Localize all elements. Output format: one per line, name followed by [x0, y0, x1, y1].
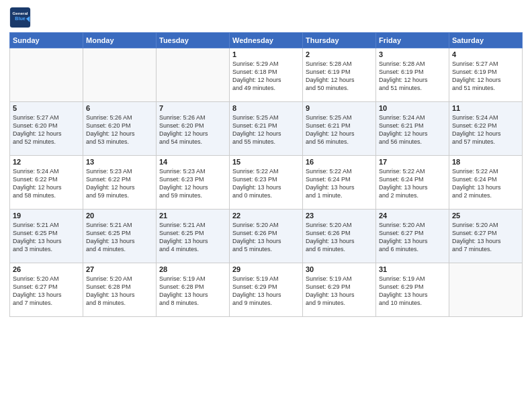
calendar-cell: 4Sunrise: 5:27 AM Sunset: 6:19 PM Daylig…	[449, 48, 523, 102]
weekday-row: SundayMondayTuesdayWednesdayThursdayFrid…	[10, 33, 523, 48]
calendar-cell: 17Sunrise: 5:22 AM Sunset: 6:24 PM Dayli…	[376, 156, 449, 210]
calendar-cell: 6Sunrise: 5:26 AM Sunset: 6:20 PM Daylig…	[83, 102, 157, 156]
calendar-table: SundayMondayTuesdayWednesdayThursdayFrid…	[9, 32, 523, 317]
calendar-cell	[83, 48, 157, 102]
weekday-header-wednesday: Wednesday	[230, 33, 303, 48]
day-number: 4	[452, 50, 519, 58]
calendar-cell: 12Sunrise: 5:24 AM Sunset: 6:22 PM Dayli…	[10, 156, 83, 210]
day-number: 30	[306, 265, 373, 273]
day-number: 27	[86, 265, 153, 273]
day-number: 9	[306, 104, 373, 112]
weekday-header-saturday: Saturday	[449, 33, 523, 48]
calendar-cell: 16Sunrise: 5:22 AM Sunset: 6:24 PM Dayli…	[303, 156, 376, 210]
calendar-cell: 9Sunrise: 5:25 AM Sunset: 6:21 PM Daylig…	[303, 102, 376, 156]
day-number: 15	[232, 158, 300, 166]
day-info: Sunrise: 5:27 AM Sunset: 6:20 PM Dayligh…	[13, 113, 80, 146]
day-info: Sunrise: 5:19 AM Sunset: 6:29 PM Dayligh…	[379, 275, 446, 308]
day-number: 12	[13, 158, 80, 166]
calendar-cell: 13Sunrise: 5:23 AM Sunset: 6:22 PM Dayli…	[83, 156, 157, 210]
calendar-cell: 30Sunrise: 5:19 AM Sunset: 6:29 PM Dayli…	[303, 263, 376, 317]
calendar-header: SundayMondayTuesdayWednesdayThursdayFrid…	[10, 33, 523, 48]
day-info: Sunrise: 5:21 AM Sunset: 6:25 PM Dayligh…	[13, 221, 80, 254]
day-number: 8	[232, 104, 300, 112]
calendar-cell: 21Sunrise: 5:21 AM Sunset: 6:25 PM Dayli…	[157, 210, 230, 263]
calendar-cell: 25Sunrise: 5:20 AM Sunset: 6:27 PM Dayli…	[449, 210, 523, 263]
day-info: Sunrise: 5:26 AM Sunset: 6:20 PM Dayligh…	[159, 113, 226, 146]
day-info: Sunrise: 5:28 AM Sunset: 6:19 PM Dayligh…	[306, 60, 373, 93]
day-info: Sunrise: 5:19 AM Sunset: 6:29 PM Dayligh…	[232, 275, 300, 308]
calendar-cell: 19Sunrise: 5:21 AM Sunset: 6:25 PM Dayli…	[10, 210, 83, 263]
day-info: Sunrise: 5:19 AM Sunset: 6:29 PM Dayligh…	[306, 275, 373, 308]
day-info: Sunrise: 5:26 AM Sunset: 6:20 PM Dayligh…	[86, 113, 153, 146]
calendar-cell: 18Sunrise: 5:22 AM Sunset: 6:24 PM Dayli…	[449, 156, 523, 210]
day-info: Sunrise: 5:20 AM Sunset: 6:26 PM Dayligh…	[232, 221, 300, 254]
calendar-cell: 14Sunrise: 5:23 AM Sunset: 6:23 PM Dayli…	[157, 156, 230, 210]
calendar-cell: 31Sunrise: 5:19 AM Sunset: 6:29 PM Dayli…	[376, 263, 449, 317]
day-number: 13	[86, 158, 153, 166]
day-number: 10	[379, 104, 446, 112]
day-number: 19	[13, 212, 80, 220]
day-number: 20	[86, 212, 153, 220]
calendar-cell: 2Sunrise: 5:28 AM Sunset: 6:19 PM Daylig…	[303, 48, 376, 102]
day-number: 29	[232, 265, 300, 273]
day-number: 6	[86, 104, 153, 112]
calendar-cell	[10, 48, 83, 102]
day-info: Sunrise: 5:29 AM Sunset: 6:18 PM Dayligh…	[232, 60, 300, 93]
calendar-cell: 7Sunrise: 5:26 AM Sunset: 6:20 PM Daylig…	[157, 102, 230, 156]
svg-text:General: General	[12, 11, 28, 15]
calendar-cell: 11Sunrise: 5:24 AM Sunset: 6:22 PM Dayli…	[449, 102, 523, 156]
calendar-cell: 5Sunrise: 5:27 AM Sunset: 6:20 PM Daylig…	[10, 102, 83, 156]
day-number: 5	[13, 104, 80, 112]
day-info: Sunrise: 5:22 AM Sunset: 6:24 PM Dayligh…	[452, 167, 519, 200]
day-info: Sunrise: 5:23 AM Sunset: 6:23 PM Dayligh…	[159, 167, 226, 200]
day-info: Sunrise: 5:22 AM Sunset: 6:24 PM Dayligh…	[306, 167, 373, 200]
day-number: 16	[306, 158, 373, 166]
calendar-cell	[449, 263, 523, 317]
calendar-body: 1Sunrise: 5:29 AM Sunset: 6:18 PM Daylig…	[10, 48, 523, 317]
weekday-header-monday: Monday	[83, 33, 157, 48]
day-number: 28	[159, 265, 226, 273]
day-number: 18	[452, 158, 519, 166]
day-info: Sunrise: 5:20 AM Sunset: 6:28 PM Dayligh…	[86, 275, 153, 308]
day-number: 17	[379, 158, 446, 166]
day-number: 14	[159, 158, 226, 166]
day-info: Sunrise: 5:20 AM Sunset: 6:26 PM Dayligh…	[306, 221, 373, 254]
day-number: 25	[452, 212, 519, 220]
day-number: 23	[306, 212, 373, 220]
day-info: Sunrise: 5:24 AM Sunset: 6:21 PM Dayligh…	[379, 113, 446, 146]
svg-text:Blue: Blue	[15, 16, 25, 21]
calendar-week-2: 5Sunrise: 5:27 AM Sunset: 6:20 PM Daylig…	[10, 102, 523, 156]
calendar-cell: 28Sunrise: 5:19 AM Sunset: 6:28 PM Dayli…	[157, 263, 230, 317]
day-number: 7	[159, 104, 226, 112]
day-number: 31	[379, 265, 446, 273]
weekday-header-friday: Friday	[376, 33, 449, 48]
day-info: Sunrise: 5:21 AM Sunset: 6:25 PM Dayligh…	[86, 221, 153, 254]
day-info: Sunrise: 5:27 AM Sunset: 6:19 PM Dayligh…	[452, 60, 519, 93]
calendar-cell: 24Sunrise: 5:20 AM Sunset: 6:27 PM Dayli…	[376, 210, 449, 263]
calendar-week-5: 26Sunrise: 5:20 AM Sunset: 6:27 PM Dayli…	[10, 263, 523, 317]
calendar-cell: 22Sunrise: 5:20 AM Sunset: 6:26 PM Dayli…	[230, 210, 303, 263]
header: General Blue	[9, 7, 523, 28]
calendar-cell: 26Sunrise: 5:20 AM Sunset: 6:27 PM Dayli…	[10, 263, 83, 317]
day-number: 3	[379, 50, 446, 58]
day-info: Sunrise: 5:24 AM Sunset: 6:22 PM Dayligh…	[452, 113, 519, 146]
day-number: 21	[159, 212, 226, 220]
calendar-cell: 10Sunrise: 5:24 AM Sunset: 6:21 PM Dayli…	[376, 102, 449, 156]
calendar-container: General Blue SundayMondayTuesdayWednesda…	[0, 0, 532, 411]
calendar-cell: 20Sunrise: 5:21 AM Sunset: 6:25 PM Dayli…	[83, 210, 157, 263]
day-number: 1	[232, 50, 300, 58]
calendar-week-1: 1Sunrise: 5:29 AM Sunset: 6:18 PM Daylig…	[10, 48, 523, 102]
day-info: Sunrise: 5:28 AM Sunset: 6:19 PM Dayligh…	[379, 60, 446, 93]
day-info: Sunrise: 5:20 AM Sunset: 6:27 PM Dayligh…	[452, 221, 519, 254]
day-info: Sunrise: 5:25 AM Sunset: 6:21 PM Dayligh…	[306, 113, 373, 146]
calendar-cell	[157, 48, 230, 102]
day-info: Sunrise: 5:24 AM Sunset: 6:22 PM Dayligh…	[13, 167, 80, 200]
calendar-cell: 27Sunrise: 5:20 AM Sunset: 6:28 PM Dayli…	[83, 263, 157, 317]
calendar-week-4: 19Sunrise: 5:21 AM Sunset: 6:25 PM Dayli…	[10, 210, 523, 263]
day-info: Sunrise: 5:20 AM Sunset: 6:27 PM Dayligh…	[13, 275, 80, 308]
calendar-cell: 23Sunrise: 5:20 AM Sunset: 6:26 PM Dayli…	[303, 210, 376, 263]
day-number: 26	[13, 265, 80, 273]
day-info: Sunrise: 5:25 AM Sunset: 6:21 PM Dayligh…	[232, 113, 300, 146]
logo-icon: General Blue	[9, 7, 31, 28]
day-info: Sunrise: 5:21 AM Sunset: 6:25 PM Dayligh…	[159, 221, 226, 254]
